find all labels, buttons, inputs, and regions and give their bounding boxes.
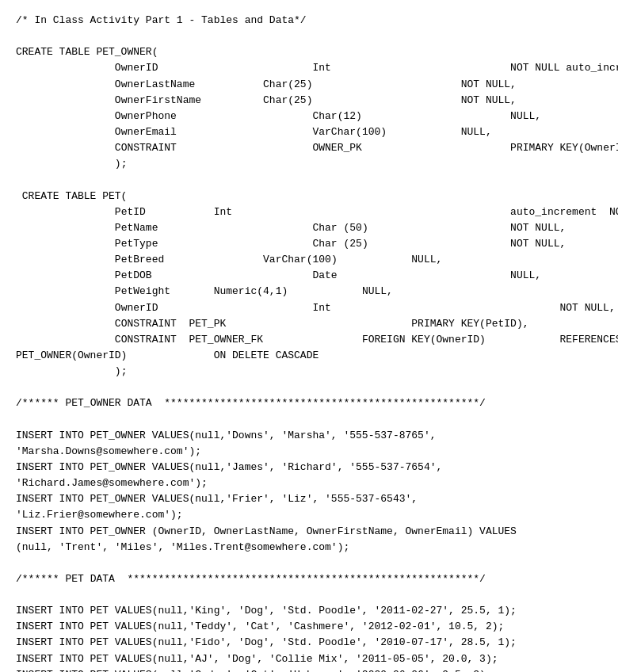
sql-code-block: /* In Class Activity Part 1 - Tables and… [16, 13, 602, 672]
